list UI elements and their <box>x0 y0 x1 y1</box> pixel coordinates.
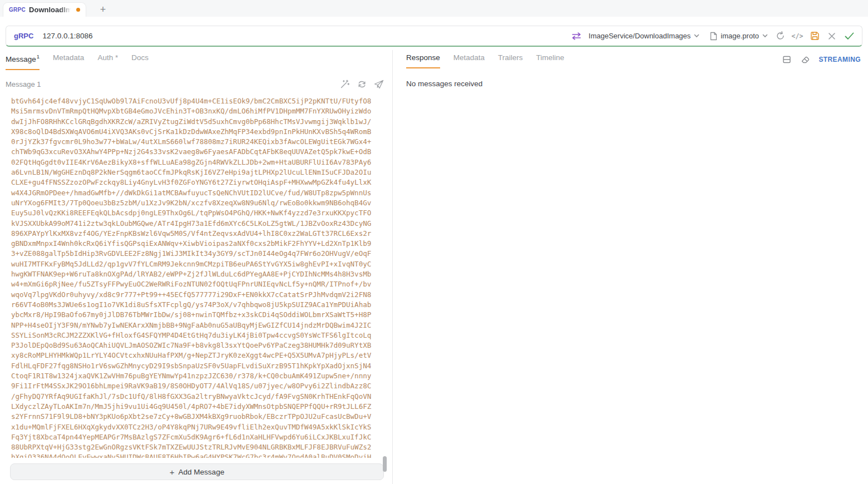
regenerate-icon[interactable] <box>357 79 367 89</box>
response-empty-state: No messages received <box>406 80 482 88</box>
eraser-icon[interactable] <box>800 55 810 65</box>
address-row: gRPC 127.0.0.1:8086 ImageService/Downloa… <box>0 17 868 50</box>
send-icon[interactable] <box>374 79 384 89</box>
main-content: Message1 Metadata Auth * Docs Message 1 <box>0 50 868 484</box>
close-icon[interactable] <box>827 31 837 41</box>
response-toolbar: STREAMING <box>782 55 861 65</box>
confirm-check-icon[interactable] <box>844 31 854 41</box>
message-header: Message 1 <box>6 79 384 89</box>
new-tab-button[interactable]: + <box>95 2 111 17</box>
method-select-value: ImageService/DownloadImages <box>589 32 691 40</box>
tab-strip: GRPC DownloadImages + <box>0 0 868 17</box>
method-select[interactable]: ImageService/DownloadImages <box>589 32 700 40</box>
address-input[interactable]: 127.0.0.1:8086 <box>42 32 92 40</box>
message-label: Message 1 <box>6 80 41 88</box>
plus-icon: + <box>100 4 106 16</box>
save-icon[interactable] <box>810 31 820 41</box>
request-tab[interactable]: GRPC DownloadImages <box>3 2 86 17</box>
message-count-badge: 1 <box>37 53 40 60</box>
protocol-label: gRPC <box>14 32 33 40</box>
tab-title: DownloadImages <box>29 6 72 14</box>
tab-response-metadata[interactable]: Metadata <box>453 53 485 68</box>
request-scrollbar-thumb[interactable] <box>383 456 387 472</box>
generate-wand-icon[interactable] <box>339 79 349 89</box>
tab-auth[interactable]: Auth * <box>97 53 118 70</box>
tab-docs[interactable]: Docs <box>131 53 149 70</box>
tab-timeline[interactable]: Timeline <box>536 53 565 68</box>
tab-response[interactable]: Response <box>406 53 440 68</box>
plus-icon: + <box>170 467 175 477</box>
unsaved-dot-icon <box>76 8 80 12</box>
proto-file-select-value: image.proto <box>721 32 759 40</box>
address-bar[interactable]: gRPC 127.0.0.1:8086 ImageService/Downloa… <box>6 26 862 47</box>
request-tabs: Message1 Metadata Auth * Docs <box>6 53 149 70</box>
response-tabs: Response Metadata Trailers Timeline <box>406 53 564 68</box>
code-view-icon[interactable]: </> <box>792 31 802 41</box>
streaming-mode-label[interactable]: STREAMING <box>818 56 861 63</box>
chevron-down-icon <box>694 34 699 38</box>
tab-message[interactable]: Message1 <box>6 53 40 70</box>
bidirectional-streaming-icon <box>571 31 581 41</box>
tab-metadata[interactable]: Metadata <box>53 53 84 70</box>
add-message-button[interactable]: + Add Message <box>10 463 384 480</box>
response-panel: Response Metadata Trailers Timeline <box>393 50 868 484</box>
file-icon <box>710 32 717 41</box>
reload-icon[interactable] <box>775 31 785 41</box>
request-panel: Message1 Metadata Auth * Docs Message 1 <box>0 50 392 484</box>
tab-trailers[interactable]: Trailers <box>498 53 523 68</box>
proto-file-select[interactable]: image.proto <box>710 32 768 41</box>
auth-modified-star: * <box>115 53 118 62</box>
split-view-icon[interactable] <box>782 55 792 65</box>
chevron-down-icon <box>762 34 768 38</box>
message-body-editor[interactable]: btGvh64jc4ef48vvjyC1SqUwOb9l7AiFcnoU3vUf… <box>6 96 385 458</box>
tab-protocol-badge: GRPC <box>9 7 26 13</box>
